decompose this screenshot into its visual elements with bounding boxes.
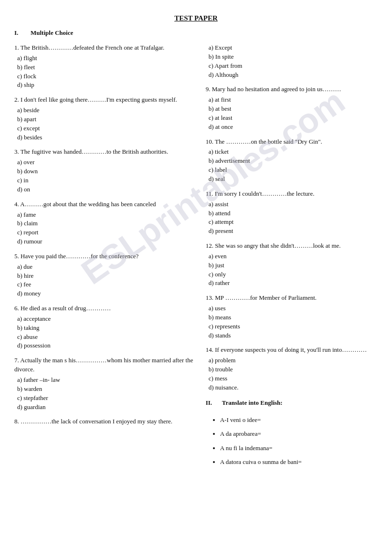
q13-options: a) uses b) means c) represents d) stands (206, 304, 378, 340)
question-11: 11. I'm sorry I couldn't…………the lecture.… (206, 190, 378, 236)
list-item: b) means (209, 313, 378, 322)
list-item: a) Except (209, 43, 378, 53)
list-item: b) hire (17, 272, 199, 281)
question-3: 3. The fugitive was handed…………to the Bri… (14, 147, 199, 194)
q11-text: I'm sorry I couldn't…………the lecture. (215, 190, 315, 197)
list-item: c) at least (209, 114, 378, 123)
q11-options: a) assist b) attend c) attempt d) presen… (206, 200, 378, 236)
list-item: a) ticket (209, 147, 378, 157)
q12-text: She was so angry that she didn't………look … (215, 242, 340, 249)
list-item: c) abuse (17, 333, 199, 342)
list-item: c) attempt (209, 218, 378, 227)
q7-text: Actually the man s his……………whom his moth… (14, 357, 193, 373)
q10-num: 10. (206, 138, 213, 145)
q3-num: 3. (14, 148, 19, 155)
q8-num: 8. (14, 418, 19, 425)
question-5: 5. Have you paid the…………for the conferen… (14, 252, 199, 298)
q8-options: a) Except b) In spite c) Apart from d) A… (206, 43, 378, 79)
q6-num: 6. (14, 305, 19, 312)
list-item: c) only (209, 270, 378, 279)
question-1: 1. The British…………defeated the French on… (14, 43, 199, 90)
list-item: b) down (17, 167, 199, 176)
list-item: c) report (17, 228, 199, 237)
list-item: d) nuisance. (209, 383, 378, 392)
q6-options: a) acceptance b) taking c) abuse d) poss… (14, 315, 199, 350)
q14-options: a) problem b) trouble c) mess d) nuisanc… (206, 356, 378, 392)
q9-options: a) at first b) at best c) at least d) at… (206, 95, 378, 131)
question-13: 13. MP …………for Member of Parliament. a) … (206, 294, 378, 340)
q1-num: 1. (14, 44, 19, 51)
list-item: d) present (209, 227, 378, 236)
translate-item-2: A da aprobarea= (220, 429, 378, 439)
list-item: d) ship (17, 81, 199, 90)
list-item: a) uses (209, 304, 378, 313)
right-column: a) Except b) In spite c) Apart from d) A… (203, 43, 378, 472)
q14-text: If everyone suspects you of doing it, yo… (215, 346, 367, 353)
q3-text: The fugitive was handed…………to the Britis… (21, 148, 168, 155)
question-6: 6. He died as a result of drug………… a) ac… (14, 304, 199, 350)
list-item: b) at best (209, 105, 378, 114)
q13-num: 13. (206, 294, 213, 301)
list-item: a) over (17, 158, 199, 167)
q2-text: I don't feel like going there………I'm expe… (21, 96, 177, 103)
question-12: 12. She was so angry that she didn't………l… (206, 242, 378, 288)
section2-header: II. Translate into English: (206, 399, 378, 411)
question-4: 4. A………got about that the wedding has be… (14, 200, 199, 246)
question-9: 9. Mary had no hesitation and agreed to … (206, 85, 378, 131)
translate-item-1: A-I veni o idee= (220, 415, 378, 425)
list-item: c) represents (209, 322, 378, 331)
list-item: a) due (17, 263, 199, 272)
list-item: d) at once (209, 123, 378, 132)
list-item: d) Although (209, 71, 378, 80)
question-8: 8. ……………the lack of conversation I enjoy… (14, 417, 199, 426)
q3-options: a) over b) down c) in d) on (14, 158, 199, 194)
q12-num: 12. (206, 242, 213, 249)
page-title: TEST PAPER (14, 14, 378, 22)
translate-item-4: A datora cuiva o sunma de bani= (220, 457, 378, 467)
list-item: b) just (209, 261, 378, 270)
list-item: a) beside (17, 106, 199, 115)
list-item: c) label (209, 166, 378, 175)
list-item: d) possession (17, 341, 199, 350)
list-item: c) mess (209, 374, 378, 383)
list-item: a) even (209, 252, 378, 261)
list-item: c) fee (17, 280, 199, 289)
left-column: 1. The British…………defeated the French on… (14, 43, 203, 472)
q5-options: a) due b) hire c) fee d) money (14, 263, 199, 298)
q5-text: Have you paid the…………for the conference? (21, 253, 138, 260)
q2-options: a) beside b) apart c) except d) besides (14, 106, 199, 142)
section2-heading: Translate into English: (222, 399, 283, 407)
section1-heading: Multiple Choice (31, 29, 73, 37)
list-item: d) guardian (17, 403, 199, 412)
list-item: a) problem (209, 356, 378, 365)
list-item: d) rumour (17, 237, 199, 246)
list-item: a) flight (17, 54, 199, 63)
list-item: b) trouble (209, 365, 378, 374)
q11-num: 11. (206, 190, 213, 197)
list-item: a) at first (209, 95, 378, 105)
list-item: d) besides (17, 133, 199, 142)
list-item: b) claim (17, 219, 199, 228)
question-10: 10. The …………on the bottle said "Dry Gin"… (206, 137, 378, 184)
q14-num: 14. (206, 346, 213, 353)
list-item: c) except (17, 124, 199, 133)
translate-section: A-I veni o idee= A da aprobarea= A nu fi… (206, 415, 378, 467)
q10-text: The …………on the bottle said "Dry Gin". (215, 138, 322, 145)
q1-options: a) flight b) fleet c) flock d) ship (14, 54, 199, 90)
q7-num: 7. (14, 357, 19, 364)
list-item: d) stands (209, 331, 378, 340)
list-item: a) father –in- law (17, 376, 199, 385)
list-item: b) apart (17, 115, 199, 124)
question-8-options: a) Except b) In spite c) Apart from d) A… (206, 43, 378, 79)
list-item: c) stepfather (17, 394, 199, 403)
list-item: b) fleet (17, 63, 199, 72)
q7-options: a) father –in- law b) warden c) stepfath… (14, 376, 199, 411)
list-item: c) Apart from (209, 62, 378, 71)
section1-label: I. (14, 29, 28, 41)
q6-text: He died as a result of drug………… (21, 305, 111, 312)
q4-options: a) fame b) claim c) report d) rumour (14, 211, 199, 246)
list-item: b) warden (17, 385, 199, 394)
q9-text: Mary had no hesitation and agreed to joi… (212, 85, 341, 93)
question-7: 7. Actually the man s his……………whom his m… (14, 356, 199, 411)
q9-num: 9. (206, 85, 211, 93)
